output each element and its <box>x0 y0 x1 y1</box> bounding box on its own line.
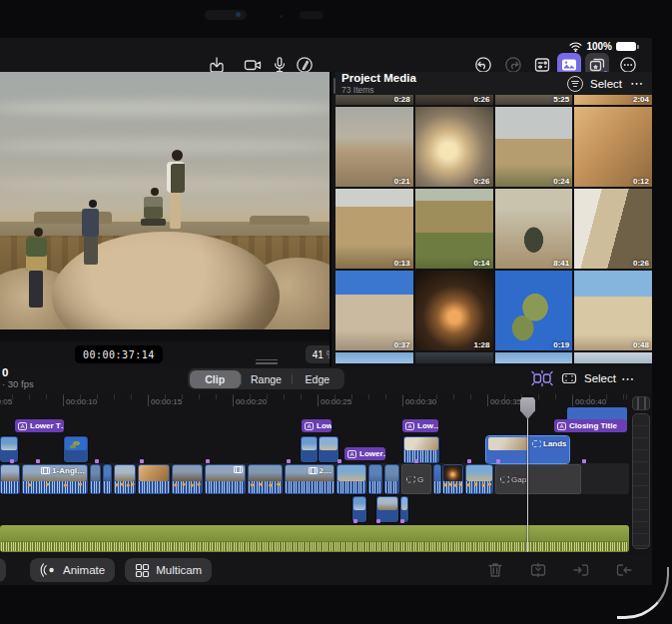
edit-mode-button[interactable]: Clip <box>190 370 241 388</box>
media-thumbnail[interactable]: 1:28 <box>415 271 493 350</box>
clip-marker[interactable] <box>95 459 99 463</box>
edit-mode-button[interactable]: Range <box>241 370 292 388</box>
clip-marker[interactable] <box>414 459 418 463</box>
clip-marker[interactable] <box>353 519 357 523</box>
media-thumbnail[interactable]: 5:25 <box>495 95 573 105</box>
timeline-ruler[interactable]: 00:00:05 00:00:10 00:00:15 00:00:20 00:0… <box>0 394 631 409</box>
project-framerate: · 30 fps <box>2 379 34 389</box>
media-thumbnail[interactable]: 0:48 <box>574 271 652 350</box>
media-thumbnail[interactable] <box>336 352 413 363</box>
media-thumbnail[interactable]: 0:24 <box>495 107 573 187</box>
media-thumbnail[interactable]: 0:19 <box>495 271 573 350</box>
media-thumbnail[interactable]: 2:04 <box>574 95 652 105</box>
clip-duration: 0:28 <box>394 95 410 104</box>
split-tool-icon[interactable] <box>528 560 548 580</box>
media-select-button[interactable]: Select <box>590 78 622 90</box>
animate-button[interactable]: Animate <box>30 558 115 582</box>
media-thumbnail[interactable]: 0:26 <box>415 107 493 187</box>
clip-marker[interactable] <box>496 459 500 463</box>
media-thumbnail[interactable] <box>415 352 493 363</box>
edge-tool-button[interactable] <box>0 558 6 582</box>
clip-marker[interactable] <box>206 459 210 463</box>
ruler-tick: 00:00:35 <box>487 395 488 406</box>
connect-clip-icon[interactable] <box>560 369 578 387</box>
timeline-select-button[interactable]: Select <box>584 372 616 384</box>
media-thumbnail[interactable]: 0:37 <box>336 271 413 350</box>
timeline-clip[interactable]: 2… <box>285 464 335 494</box>
clip-marker[interactable] <box>140 459 144 463</box>
clip-marker[interactable] <box>582 459 586 463</box>
timeline-more-button[interactable]: ⋯ <box>621 371 635 386</box>
bottom-toolbar: Animate Multicam <box>0 555 652 585</box>
clip-marker[interactable] <box>10 459 14 463</box>
media-thumbnail[interactable]: 0:26 <box>415 95 493 105</box>
timeline-clip[interactable] <box>465 464 493 494</box>
split-clip-icon[interactable] <box>530 369 554 387</box>
zoom-level-button[interactable]: 41 % <box>306 345 330 363</box>
media-grid-row: 0:13 0:14 8:41 0:26 <box>336 189 652 269</box>
track-height-button[interactable] <box>632 396 650 410</box>
timeline-clip[interactable] <box>248 464 283 494</box>
front-camera-icon <box>236 12 241 17</box>
timeline-title-clip[interactable]: A Closing Title <box>554 419 627 432</box>
ruler-timecode-label: 00:00:40 <box>575 397 606 406</box>
gap-clip-icon <box>406 476 415 483</box>
timeline-resize-handle[interactable] <box>256 359 278 364</box>
media-thumbnail[interactable]: 0:13 <box>336 189 413 269</box>
timeline-clip[interactable]: Gap <box>495 464 581 494</box>
clip-marker[interactable] <box>337 459 341 463</box>
timeline-clip[interactable]: G <box>401 464 431 494</box>
timeline-clip[interactable] <box>433 464 441 494</box>
media-thumbnail[interactable]: 0:21 <box>336 107 413 187</box>
timeline-clip[interactable] <box>172 464 203 494</box>
media-grid-row: 0:28 0:26 5:25 2:04 <box>336 95 652 105</box>
clip-marker[interactable] <box>467 459 471 463</box>
timeline-clip[interactable] <box>368 464 382 494</box>
media-thumbnail[interactable]: 8:41 <box>495 189 573 269</box>
media-thumbnail[interactable]: 0:28 <box>336 95 413 105</box>
delete-clip-icon[interactable] <box>485 560 505 580</box>
timeline-clip[interactable] <box>103 464 112 494</box>
clip-marker[interactable] <box>376 519 380 523</box>
timeline-clip[interactable]: 1-Angl… <box>22 464 88 494</box>
media-thumbnail[interactable] <box>495 352 573 363</box>
clip-marker[interactable] <box>36 459 40 463</box>
ruler-tick: 00:00:30 <box>402 395 403 406</box>
multicam-button-icon <box>135 563 150 578</box>
playhead-handle[interactable] <box>520 397 535 419</box>
multicam-button[interactable]: Multicam <box>125 558 212 582</box>
media-thumbnail[interactable] <box>574 352 652 363</box>
music-audio-clip[interactable] <box>0 525 629 552</box>
timeline-title-clip[interactable]: A Low… <box>402 419 438 432</box>
clip-duration: 8:41 <box>553 259 569 268</box>
title-clip-label: Low… <box>317 421 332 430</box>
timeline-clip[interactable] <box>138 464 170 494</box>
timeline-clip[interactable] <box>336 464 366 494</box>
timeline-title-clip[interactable]: A Lower T… <box>15 419 64 432</box>
scrollbar-track[interactable] <box>632 413 650 549</box>
media-thumbnail[interactable]: 0:26 <box>574 189 652 269</box>
title-text-icon: A <box>405 422 414 430</box>
timeline-clip[interactable] <box>442 464 463 494</box>
media-thumbnail[interactable]: 0:12 <box>574 107 652 187</box>
cloud <box>0 176 330 192</box>
timeline-clip[interactable] <box>384 464 399 494</box>
overwrite-clip-icon[interactable] <box>614 560 634 580</box>
ruler-timecode-label: 00:00:25 <box>321 397 351 406</box>
multicam-icon <box>41 467 50 474</box>
timeline-clip[interactable] <box>114 464 136 494</box>
timeline-clip[interactable] <box>205 464 246 494</box>
filter-icon[interactable] <box>567 76 583 92</box>
timeline-title-clip[interactable]: A Low… <box>302 419 332 432</box>
media-more-button[interactable]: ⋯ <box>630 76 644 91</box>
ruler-timecode-label: 00:00:15 <box>151 397 182 406</box>
clip-label: G <box>417 475 423 484</box>
edit-mode-button[interactable]: Edge <box>292 370 342 388</box>
media-thumbnail[interactable]: 0:14 <box>415 189 493 269</box>
timeline-vertical-scrollbar[interactable] <box>632 396 650 549</box>
clip-marker[interactable] <box>287 459 291 463</box>
insert-clip-icon[interactable] <box>571 560 591 580</box>
timeline-clip[interactable] <box>0 464 20 494</box>
clip-marker[interactable] <box>400 519 404 523</box>
timeline-clip[interactable] <box>90 464 101 494</box>
